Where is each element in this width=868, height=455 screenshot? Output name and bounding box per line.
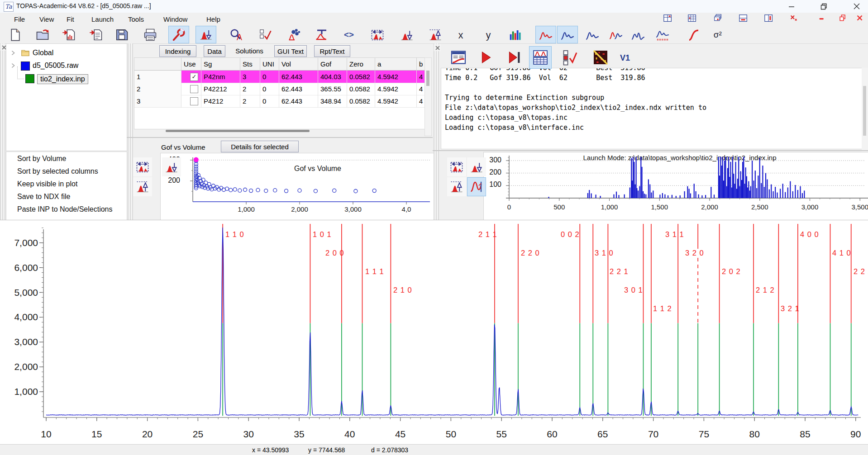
output-run-to-end-button[interactable] bbox=[503, 46, 525, 69]
table-cell-a[interactable]: 4.5942 bbox=[375, 95, 417, 108]
details-for-selected-button[interactable]: Details for selected bbox=[221, 141, 299, 152]
table-cell-zero[interactable]: 0.0582 bbox=[347, 83, 375, 95]
launch-normalize-curve-button[interactable] bbox=[467, 177, 486, 196]
gof-peak-down-button[interactable] bbox=[162, 157, 181, 176]
table-cell-vol[interactable]: 62.443 bbox=[279, 83, 318, 95]
toolbar-pattern-blue-3-button[interactable] bbox=[628, 26, 649, 43]
toolbar-select-check-button[interactable] bbox=[255, 26, 276, 43]
table-cell-sts[interactable]: 2 bbox=[240, 83, 260, 95]
action-sort-by-volume[interactable]: Sort by Volume bbox=[17, 155, 67, 163]
minimize-button[interactable] bbox=[781, 0, 802, 13]
table-cell-sg[interactable]: P4212 bbox=[201, 95, 240, 108]
action-sort-by-selected-columns[interactable]: Sort by selected columns bbox=[17, 167, 98, 175]
use-checkbox[interactable]: ✓ bbox=[190, 73, 198, 81]
use-checkbox[interactable] bbox=[190, 85, 198, 93]
use-checkbox[interactable] bbox=[190, 97, 198, 105]
launch-fit-range-button[interactable] bbox=[447, 157, 466, 176]
toolbar-insert-peak-button[interactable] bbox=[196, 26, 216, 43]
tab-rpt-text[interactable]: Rpt/Text bbox=[314, 45, 350, 57]
toolbar-sigma-squared-button[interactable]: σ² bbox=[708, 26, 729, 43]
restore-button[interactable] bbox=[813, 0, 834, 13]
toolbar-print-button[interactable] bbox=[140, 26, 161, 43]
toolbar-import-template-button[interactable] bbox=[86, 26, 106, 43]
table-cell-a[interactable]: 4.5942 bbox=[375, 71, 417, 83]
table-cell-zero[interactable]: 0.0582 bbox=[347, 71, 375, 83]
tree-item-label[interactable]: d5_05005.raw bbox=[33, 62, 78, 70]
menu-item-file[interactable]: File bbox=[12, 14, 27, 24]
output-results-grid-button[interactable] bbox=[529, 46, 552, 69]
tree-item-Global[interactable]: Global bbox=[6, 47, 124, 59]
table-cell-vol[interactable]: 62.443 bbox=[279, 95, 318, 108]
table-cell-gof[interactable]: 348.94 bbox=[318, 95, 347, 108]
launch-peak-down-button[interactable] bbox=[467, 157, 486, 176]
table-cell-use[interactable]: ✓ bbox=[181, 71, 201, 83]
menu-item-tools[interactable]: Tools bbox=[126, 14, 146, 24]
solutions-table-vscrollbar[interactable] bbox=[424, 57, 432, 136]
tab-gui-text[interactable]: GUI Text bbox=[274, 45, 307, 57]
mdi-minimize-red-button[interactable] bbox=[817, 14, 829, 24]
menu-item-window[interactable]: Window bbox=[162, 14, 189, 24]
tree-item-tio2-index-inp[interactable]: tio2_index.inp bbox=[6, 73, 124, 85]
output-text-results-button[interactable] bbox=[447, 46, 470, 69]
table-cell-sg[interactable]: P42212 bbox=[201, 83, 240, 95]
action-paste-inp-to-node-selections[interactable]: Paste INP to Node/Selections bbox=[17, 205, 113, 213]
table-cell-sts[interactable]: 2 bbox=[240, 95, 260, 108]
menu-item-help[interactable]: Help bbox=[205, 14, 222, 24]
mdi-window-grid-button[interactable] bbox=[687, 14, 699, 24]
launch-peak-up-button[interactable] bbox=[447, 177, 466, 196]
mdi-window-hsplit-button[interactable] bbox=[739, 14, 750, 24]
mdi-close-red-button[interactable] bbox=[855, 14, 867, 24]
tree-item-label[interactable]: Global bbox=[33, 49, 53, 57]
solutions-table-hscrollbar[interactable] bbox=[166, 130, 310, 132]
output-fit-checklist-button[interactable] bbox=[558, 46, 581, 69]
toolbar-baseline-peak-button[interactable] bbox=[311, 26, 332, 43]
output-text-area[interactable]: Time 0.1 Gof 319.86 Vol 62 Best 319.86 T… bbox=[441, 68, 863, 149]
mdi-restore-red-button[interactable] bbox=[838, 14, 850, 24]
toolbar-x-variable-button[interactable]: x bbox=[450, 26, 471, 43]
toolbar-wrench-button[interactable] bbox=[168, 26, 189, 43]
toolbar-peak-up-button[interactable] bbox=[425, 26, 446, 43]
toolbar-y-variable-button[interactable]: y bbox=[478, 26, 499, 43]
close-button[interactable] bbox=[845, 0, 868, 13]
gof-vs-volume-plot[interactable]: 1,0002,0003,0004,0Gof vs Volume bbox=[182, 152, 432, 220]
toolbar-peak-down-button[interactable] bbox=[396, 26, 417, 43]
tab-solutions[interactable]: Solutions bbox=[232, 45, 267, 56]
toolbar-histogram-colors-button[interactable] bbox=[505, 26, 525, 43]
toolbar-import-data-button[interactable] bbox=[58, 26, 79, 43]
output-run-button[interactable] bbox=[474, 46, 497, 69]
table-cell-gof[interactable]: 365.55 bbox=[318, 83, 347, 95]
menu-item-view[interactable]: View bbox=[38, 14, 56, 24]
tree-item-d5-05005-raw[interactable]: d5_05005.raw bbox=[6, 60, 124, 72]
toolbar-code-button[interactable]: <> bbox=[339, 26, 359, 43]
table-cell-gof[interactable]: 404.03 bbox=[318, 71, 347, 83]
vscroll-thumb[interactable] bbox=[426, 71, 429, 86]
toolbar-cumulative-curve-button[interactable] bbox=[683, 26, 704, 43]
output-correlation-matrix-button[interactable] bbox=[589, 46, 612, 69]
table-cell-use[interactable] bbox=[181, 95, 201, 108]
table-cell-sts[interactable]: 3 bbox=[240, 71, 260, 83]
mdi-window-vsplit-button[interactable] bbox=[764, 14, 776, 24]
table-cell-zero[interactable]: 0.0582 bbox=[347, 95, 375, 108]
chevron-right-icon[interactable] bbox=[10, 62, 16, 69]
output-panel-close-button[interactable] bbox=[434, 44, 441, 51]
table-cell-vol[interactable]: 62.443 bbox=[279, 71, 318, 83]
tab-indexing[interactable]: Indexing bbox=[159, 45, 196, 57]
toolbar-zoom-peak-button[interactable] bbox=[226, 26, 247, 43]
mdi-window-cascade-button[interactable] bbox=[713, 14, 725, 24]
action-keep-visible-in-plot[interactable]: Keep visible in plot bbox=[17, 180, 77, 188]
toolbar-molecule-button[interactable] bbox=[284, 26, 305, 43]
toolbar-fit-range-button[interactable] bbox=[367, 26, 388, 43]
table-cell-a[interactable]: 4.5942 bbox=[375, 83, 417, 95]
table-cell-uni[interactable]: 0 bbox=[260, 83, 279, 95]
action-save-to-ndx-file[interactable]: Save to NDX file bbox=[17, 193, 70, 201]
solutions-panel-grip[interactable] bbox=[128, 43, 133, 220]
gof-fit-range-button[interactable] bbox=[133, 157, 152, 176]
toolbar-pattern-red-button[interactable] bbox=[535, 26, 556, 43]
launch-mode-plot[interactable]: 05001,0001,5002,0002,5003,0003,500Launch… bbox=[503, 152, 868, 220]
chevron-right-icon[interactable] bbox=[10, 50, 16, 56]
toolbar-pattern-red-blue-button[interactable] bbox=[606, 26, 626, 43]
output-panel-grip[interactable] bbox=[434, 43, 439, 220]
toolbar-pattern-ticks-button[interactable] bbox=[652, 26, 673, 43]
table-cell-use[interactable] bbox=[181, 83, 201, 95]
diffraction-pattern-plot[interactable]: 1 1 01 0 12 0 01 1 12 1 02 1 12 2 00 0 2… bbox=[0, 220, 868, 445]
